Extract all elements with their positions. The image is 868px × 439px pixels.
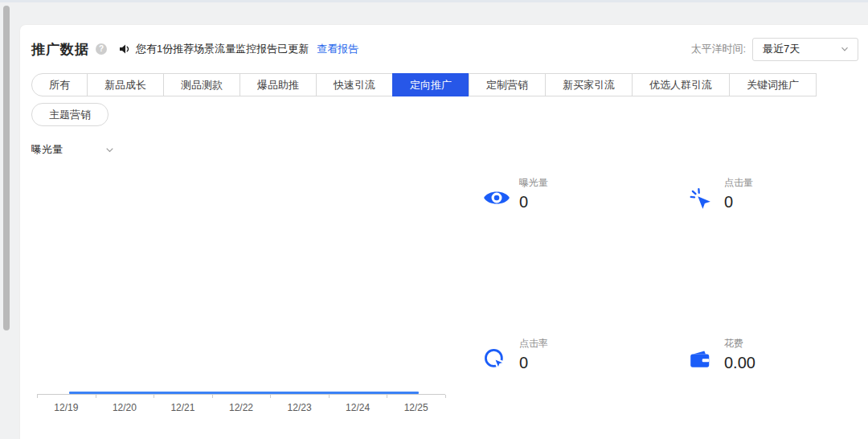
tab-所有[interactable]: 所有 — [31, 73, 88, 96]
x-axis-tick — [387, 395, 387, 398]
page-scrollbar[interactable] — [0, 0, 14, 439]
tab-测品测款[interactable]: 测品测款 — [163, 73, 240, 96]
x-axis-tick — [445, 395, 446, 398]
series-line-flat-zero — [69, 392, 419, 394]
metric-card-ctr: 点击率 0 — [483, 337, 548, 375]
scrollbar-thumb[interactable] — [3, 6, 10, 330]
notification-text: 您有1份推荐场景流量监控报告已更新 — [136, 42, 309, 56]
speaker-icon — [118, 43, 131, 55]
metric-value: 0 — [519, 352, 548, 373]
x-axis-tick — [329, 395, 330, 398]
metric-label: 曝光量 — [519, 176, 548, 189]
panel-header: 推广数据 ? 您有1份推荐场景流量监控报告已更新 查看报告 太平洋时间: 最近7… — [31, 36, 858, 62]
time-range-select[interactable]: 最近7天 — [752, 38, 858, 61]
metric-value: 0 — [724, 191, 753, 212]
tab-主题营销[interactable]: 主题营销 — [31, 103, 108, 126]
page-title: 推广数据 — [31, 40, 89, 59]
tab-新品成长[interactable]: 新品成长 — [87, 73, 164, 96]
help-icon[interactable]: ? — [96, 43, 107, 55]
promotion-data-panel: 推广数据 ? 您有1份推荐场景流量监控报告已更新 查看报告 太平洋时间: 最近7… — [19, 24, 868, 439]
metric-card-exposure: 曝光量 0 — [483, 176, 548, 212]
metric-value: 0.00 — [724, 352, 755, 373]
metric-dropdown-value: 曝光量 — [31, 142, 63, 157]
x-axis-tick — [96, 395, 96, 398]
x-axis-label: 12/24 — [334, 402, 382, 413]
tab-关键词推广[interactable]: 关键词推广 — [729, 73, 817, 96]
x-axis-tick — [154, 395, 154, 398]
x-axis-tick — [37, 395, 38, 398]
metric-label: 花费 — [724, 337, 755, 350]
x-axis-label: 12/20 — [100, 402, 149, 413]
metric-label: 点击量 — [724, 176, 753, 189]
x-axis-tick — [270, 395, 271, 398]
x-axis-label: 12/23 — [276, 402, 324, 413]
metric-card-cost: 花费 0.00 — [688, 337, 755, 375]
metric-card-clicks: 点击量 0 — [688, 176, 753, 214]
tab-新买家引流[interactable]: 新买家引流 — [545, 73, 633, 96]
x-axis-label: 12/25 — [392, 402, 440, 413]
time-range-value: 最近7天 — [763, 42, 840, 56]
tab-优选人群引流[interactable]: 优选人群引流 — [632, 73, 730, 96]
x-axis-line — [37, 394, 445, 395]
x-axis-tick — [212, 395, 213, 398]
trend-chart: 12/1912/2012/2112/2212/2312/2412/25 — [37, 174, 445, 415]
tab-定向推广[interactable]: 定向推广 — [392, 73, 469, 96]
chevron-down-icon — [840, 44, 850, 54]
wallet-icon — [688, 347, 715, 375]
view-report-link[interactable]: 查看报告 — [317, 42, 358, 56]
tab-爆品助推[interactable]: 爆品助推 — [240, 73, 317, 96]
tab-定制营销[interactable]: 定制营销 — [469, 73, 546, 96]
metric-dropdown[interactable]: 曝光量 — [31, 142, 115, 157]
click-rate-icon — [483, 347, 510, 375]
metric-label: 点击率 — [519, 337, 548, 350]
x-axis-label: 12/19 — [42, 402, 90, 413]
metric-value: 0 — [519, 191, 548, 212]
x-axis-label: 12/22 — [217, 402, 265, 413]
top-divider — [0, 0, 868, 2]
chevron-down-icon — [104, 145, 115, 155]
scene-tab-bar-row2: 主题营销 — [31, 103, 108, 126]
x-axis-label: 12/21 — [158, 402, 207, 413]
scene-tab-bar: 所有新品成长测品测款爆品助推快速引流定向推广定制营销新买家引流优选人群引流关键词… — [31, 73, 817, 96]
eye-icon — [483, 187, 510, 212]
timezone-label: 太平洋时间: — [690, 42, 746, 56]
cursor-click-icon — [688, 187, 715, 214]
tab-快速引流[interactable]: 快速引流 — [316, 73, 393, 96]
